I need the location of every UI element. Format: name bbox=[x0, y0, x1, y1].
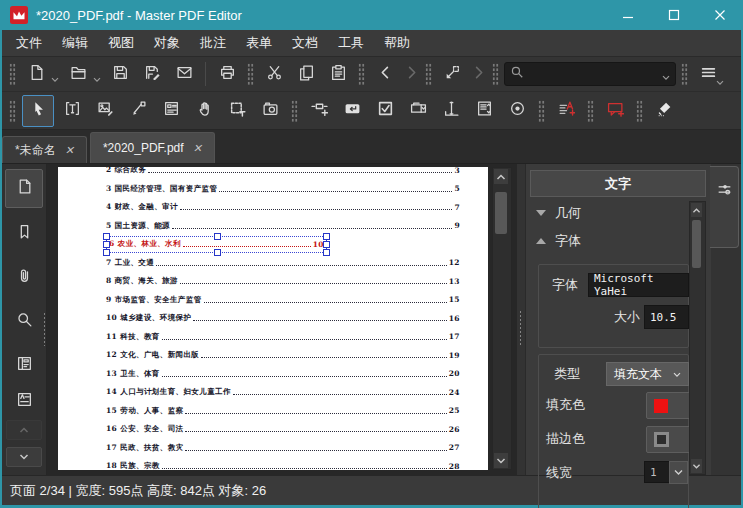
search-panel-button[interactable] bbox=[6, 303, 42, 340]
font-size-input[interactable]: 10.5 bbox=[644, 305, 689, 329]
toc-row[interactable]: 15 劳动、人事、监察25 bbox=[58, 402, 488, 421]
scrollbar-thumb[interactable] bbox=[495, 192, 507, 234]
paste-button[interactable] bbox=[323, 60, 353, 88]
print-button[interactable] bbox=[212, 60, 242, 88]
properties-panel-tab[interactable] bbox=[710, 166, 739, 248]
select-text-area-tool-button[interactable] bbox=[222, 96, 252, 126]
toolbar-grip[interactable] bbox=[9, 100, 16, 122]
toc-row[interactable]: 16 公安、安全、司法26 bbox=[58, 420, 488, 439]
menu-item-编辑[interactable]: 编辑 bbox=[52, 30, 98, 56]
panel-scrollbar[interactable] bbox=[689, 201, 706, 475]
panel-splitter[interactable] bbox=[517, 164, 525, 475]
toolbar-grip[interactable] bbox=[247, 63, 254, 85]
toc-row[interactable]: 6 农业、林业、水利10 bbox=[58, 235, 488, 254]
toc-row[interactable]: 14 人口与计划生育、妇女儿童工作24 bbox=[58, 383, 488, 402]
menu-item-文件[interactable]: 文件 bbox=[6, 30, 52, 56]
toc-row[interactable]: 8 商贸、海关、旅游13 bbox=[58, 272, 488, 291]
toolbar-grip[interactable] bbox=[587, 100, 594, 122]
edit-forms-tool-button[interactable] bbox=[156, 96, 186, 126]
toc-row[interactable]: 5 国土资源、能源9 bbox=[58, 217, 488, 236]
snapshot-tool-button[interactable] bbox=[255, 96, 285, 126]
toolbar-grip[interactable] bbox=[425, 63, 432, 85]
chevron-down-icon[interactable] bbox=[93, 69, 101, 87]
marker-tool-button[interactable] bbox=[649, 96, 679, 126]
attachments-panel-button[interactable] bbox=[6, 259, 42, 296]
add-sticky-note-button[interactable] bbox=[600, 96, 630, 126]
tab-untitled[interactable]: *未命名 ✕ bbox=[2, 136, 87, 163]
pdf-page[interactable]: 2 综合政务33 国民经济管理、国有资产监管54 财政、金融、审计75 国土资源… bbox=[58, 167, 488, 470]
selection-handle[interactable] bbox=[323, 249, 330, 256]
toolbar-grip[interactable] bbox=[358, 63, 365, 85]
selection-handle[interactable] bbox=[323, 233, 330, 240]
email-button[interactable] bbox=[169, 60, 199, 88]
scroll-down-icon[interactable] bbox=[494, 453, 508, 468]
toc-row[interactable]: 13 卫生、体育20 bbox=[58, 365, 488, 384]
toc-row[interactable]: 12 文化、广电、新闻出版19 bbox=[58, 346, 488, 365]
section-geometry[interactable]: 几何 bbox=[536, 202, 581, 224]
select-tool-button[interactable] bbox=[22, 95, 54, 127]
scroll-down-icon[interactable] bbox=[691, 459, 702, 473]
selection-handle[interactable] bbox=[103, 249, 110, 256]
splitter-grip[interactable] bbox=[519, 310, 523, 346]
tab-2020-pdf[interactable]: *2020_PDF.pdf ✕ bbox=[90, 132, 215, 163]
fit-selection-button[interactable] bbox=[437, 60, 467, 88]
text-field-tool-button[interactable] bbox=[436, 96, 466, 126]
selection-handle[interactable] bbox=[214, 233, 221, 240]
menu-item-工具[interactable]: 工具 bbox=[328, 30, 374, 56]
form-fields-panel-button[interactable] bbox=[6, 347, 42, 384]
nav-forward-button[interactable] bbox=[402, 60, 420, 88]
thumbnails-panel-button[interactable] bbox=[5, 169, 43, 208]
radio-button-tool-button[interactable] bbox=[502, 96, 532, 126]
scroll-up-icon[interactable] bbox=[494, 169, 508, 184]
toc-row[interactable]: 4 财政、金融、审计7 bbox=[58, 198, 488, 217]
close-tab-icon[interactable]: ✕ bbox=[193, 142, 202, 155]
section-font[interactable]: 字体 bbox=[536, 230, 581, 252]
edit-image-tool-button[interactable] bbox=[90, 96, 120, 126]
save-button[interactable] bbox=[105, 60, 135, 88]
toc-row[interactable]: 3 国民经济管理、国有资产监管5 bbox=[58, 180, 488, 199]
nav-back-button[interactable] bbox=[370, 60, 400, 88]
selection-handle[interactable] bbox=[103, 241, 110, 248]
list-box-tool-button[interactable] bbox=[469, 96, 499, 126]
toc-row[interactable]: 9 市场监管、安全生产监管15 bbox=[58, 291, 488, 310]
line-width-spinner[interactable] bbox=[669, 461, 688, 484]
copy-button[interactable] bbox=[291, 60, 321, 88]
menu-item-帮助[interactable]: 帮助 bbox=[374, 30, 420, 56]
menu-item-对象[interactable]: 对象 bbox=[144, 30, 190, 56]
signatures-panel-button[interactable] bbox=[6, 391, 42, 413]
overflow-arrow-button[interactable] bbox=[469, 60, 487, 88]
bookmarks-panel-button[interactable] bbox=[6, 215, 42, 252]
close-button[interactable] bbox=[697, 0, 743, 30]
toolbar-grip[interactable] bbox=[538, 100, 545, 122]
minimize-button[interactable] bbox=[605, 0, 651, 30]
font-name-input[interactable]: Microsoft YaHei bbox=[588, 273, 689, 297]
scroll-up-icon[interactable] bbox=[691, 203, 702, 217]
menu-item-视图[interactable]: 视图 bbox=[98, 30, 144, 56]
toolbar-grip[interactable] bbox=[636, 100, 643, 122]
toc-row[interactable]: 11 科技、教育17 bbox=[58, 328, 488, 347]
push-button-tool-button[interactable] bbox=[337, 96, 367, 126]
toc-row[interactable]: 18 民族、宗教28 bbox=[58, 457, 488, 470]
add-link-tool-button[interactable] bbox=[304, 96, 334, 126]
scrollbar-thumb[interactable] bbox=[692, 220, 701, 268]
save-as-button[interactable] bbox=[137, 60, 167, 88]
close-tab-icon[interactable]: ✕ bbox=[65, 144, 74, 157]
menu-item-批注[interactable]: 批注 bbox=[190, 30, 236, 56]
sidebar-scroll-down-button[interactable] bbox=[6, 447, 42, 467]
main-menu-button[interactable] bbox=[693, 60, 723, 88]
selection-handle[interactable] bbox=[323, 241, 330, 248]
menu-item-文档[interactable]: 文档 bbox=[282, 30, 328, 56]
cut-button[interactable] bbox=[259, 60, 289, 88]
combo-box-tool-button[interactable] bbox=[403, 96, 433, 126]
edit-path-tool-button[interactable] bbox=[123, 96, 153, 126]
document-scrollbar[interactable] bbox=[492, 167, 512, 470]
search-input[interactable] bbox=[528, 66, 658, 82]
chevron-down-icon[interactable] bbox=[51, 69, 59, 87]
toc-row[interactable]: 7 工业、交通12 bbox=[58, 254, 488, 273]
menu-item-表单[interactable]: 表单 bbox=[236, 30, 282, 56]
toolbar-grip[interactable] bbox=[681, 63, 688, 85]
edit-text-tool-button[interactable] bbox=[57, 96, 87, 126]
search-box[interactable] bbox=[504, 62, 676, 86]
selection-handle[interactable] bbox=[214, 249, 221, 256]
checkbox-tool-button[interactable] bbox=[370, 96, 400, 126]
